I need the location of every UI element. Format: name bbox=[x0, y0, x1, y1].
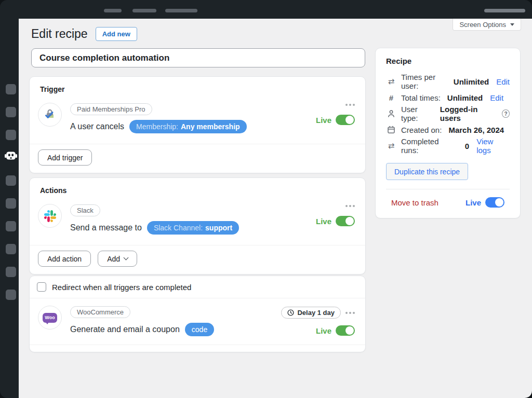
times-per-user-row: Times per user: Unlimited Edit bbox=[386, 76, 510, 87]
screen-options-label: Screen Options bbox=[459, 21, 506, 29]
membership-token[interactable]: Membership: Any membership bbox=[129, 120, 247, 133]
action-item: Slack Send a message to Slack Channel: s… bbox=[30, 195, 365, 245]
live-status-label: Live bbox=[316, 326, 331, 335]
item-options-menu[interactable] bbox=[345, 310, 355, 316]
help-icon[interactable] bbox=[502, 109, 510, 118]
delayed-action-live-toggle[interactable] bbox=[336, 325, 355, 336]
integration-badge: WooCommerce bbox=[70, 306, 130, 318]
live-status-label: Live bbox=[316, 116, 331, 125]
edit-link[interactable]: Edit bbox=[490, 93, 503, 102]
calendar-icon bbox=[386, 126, 396, 134]
hash-icon bbox=[386, 93, 396, 102]
sidebar-menu-icon[interactable] bbox=[6, 84, 16, 94]
recipe-live-toggle[interactable] bbox=[485, 197, 504, 208]
sidebar-menu-icon[interactable] bbox=[6, 198, 16, 209]
recipe-panel: Recipe Times per user: Unlimited Edit To… bbox=[375, 48, 521, 218]
actions-card: Actions Slack Send a message to bbox=[29, 177, 366, 275]
item-options-menu[interactable] bbox=[345, 203, 355, 209]
actions-heading: Actions bbox=[30, 178, 365, 195]
admin-bar-placeholder bbox=[104, 9, 122, 12]
admin-content-area: Screen Options Edit recipe Add new Trigg… bbox=[19, 19, 532, 398]
clock-icon bbox=[287, 309, 294, 316]
sidebar-menu-icon[interactable] bbox=[6, 175, 16, 186]
created-on-row: Created on: March 26, 2024 bbox=[386, 125, 510, 135]
trigger-heading: Trigger bbox=[30, 77, 365, 93]
trigger-card: Trigger Paid Memberships Pro A us bbox=[29, 76, 366, 173]
duplicate-recipe-button[interactable]: Duplicate this recipe bbox=[386, 163, 468, 180]
completed-runs-row: Completed runs: 0 View logs bbox=[386, 141, 510, 151]
add-dropdown-button[interactable]: Add bbox=[98, 251, 137, 267]
action-sentence: Send a message to bbox=[70, 223, 142, 232]
admin-bar-placeholder bbox=[165, 9, 197, 12]
divider bbox=[386, 189, 510, 189]
add-new-button[interactable]: Add new bbox=[96, 27, 137, 41]
page-title: Edit recipe bbox=[31, 27, 88, 41]
action-live-toggle[interactable] bbox=[336, 216, 355, 226]
live-status-label: Live bbox=[316, 217, 331, 226]
loop-icon bbox=[386, 141, 396, 150]
sidebar-menu-icon[interactable] bbox=[6, 130, 16, 140]
admin-bar-placeholder bbox=[484, 9, 525, 12]
chevron-down-icon bbox=[510, 23, 514, 26]
paid-memberships-pro-icon bbox=[38, 103, 62, 127]
view-logs-link[interactable]: View logs bbox=[476, 137, 510, 155]
recipe-live-label: Live bbox=[466, 198, 481, 207]
admin-sidebar bbox=[0, 19, 19, 398]
loop-icon bbox=[386, 77, 396, 86]
user-type-row: User type: Logged-in users bbox=[386, 108, 510, 119]
recipe-title-input[interactable] bbox=[31, 48, 365, 67]
sidebar-menu-icon[interactable] bbox=[6, 244, 16, 254]
delayed-action-item: WooCommerce Generate and email a coupon … bbox=[30, 298, 365, 345]
edit-link[interactable]: Edit bbox=[496, 77, 510, 86]
recipe-panel-heading: Recipe bbox=[386, 57, 510, 65]
sidebar-menu-icon[interactable] bbox=[6, 267, 16, 277]
total-times-row: Total times: Unlimited Edit bbox=[386, 92, 510, 103]
trigger-live-toggle[interactable] bbox=[336, 115, 355, 125]
slack-icon bbox=[38, 204, 62, 228]
move-to-trash-link[interactable]: Move to trash bbox=[391, 198, 438, 207]
add-action-button[interactable]: Add action bbox=[38, 251, 91, 267]
admin-bar-placeholder bbox=[132, 9, 156, 12]
screen-options-button[interactable]: Screen Options bbox=[453, 19, 521, 31]
integration-badge: Paid Memberships Pro bbox=[70, 103, 152, 115]
closure-card: Redirect when all triggers are completed… bbox=[29, 276, 366, 352]
sidebar-menu-icon[interactable] bbox=[6, 290, 16, 300]
sidebar-menu-icon[interactable] bbox=[6, 221, 16, 231]
item-options-menu[interactable] bbox=[345, 102, 355, 108]
woocommerce-icon bbox=[38, 306, 62, 330]
redirect-checkbox[interactable] bbox=[37, 282, 46, 292]
coupon-sentence: Generate and email a coupon bbox=[70, 325, 180, 334]
trigger-item: Paid Memberships Pro A user cancels Memb… bbox=[30, 93, 365, 144]
redirect-label: Redirect when all triggers are completed bbox=[52, 283, 191, 292]
add-trigger-button[interactable]: Add trigger bbox=[38, 149, 92, 166]
trigger-sentence: A user cancels bbox=[70, 122, 124, 131]
admin-top-bar bbox=[0, 0, 532, 19]
chevron-down-icon bbox=[124, 255, 129, 260]
integration-badge: Slack bbox=[70, 204, 100, 216]
slack-channel-token[interactable]: Slack Channel: support bbox=[147, 221, 239, 235]
delay-badge[interactable]: Delay 1 day bbox=[281, 307, 341, 319]
coupon-code-token[interactable]: code bbox=[185, 323, 214, 336]
automator-robot-icon[interactable] bbox=[4, 150, 18, 161]
user-icon bbox=[386, 109, 396, 118]
sidebar-menu-icon[interactable] bbox=[6, 107, 16, 117]
app-window: Screen Options Edit recipe Add new Trigg… bbox=[0, 0, 532, 398]
